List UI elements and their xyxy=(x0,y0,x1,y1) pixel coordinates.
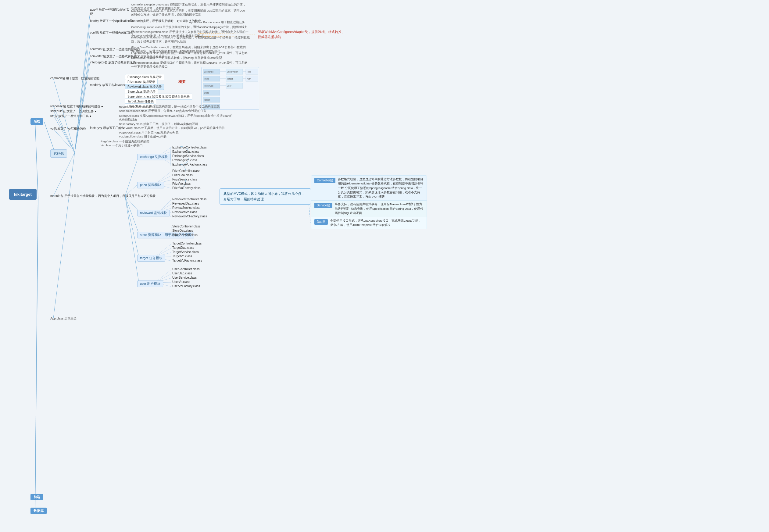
frontend-label: 前端 xyxy=(34,495,40,499)
svg-line-16 xyxy=(53,152,75,318)
store-class-1: StoreController.class xyxy=(172,225,200,228)
pagevo-item: PageVo.class 一个描述页面结果的类 xyxy=(101,139,149,143)
aop-package: aop包 放置一些切面功能的实现 xyxy=(90,8,130,16)
target-class-1: TargetController.class xyxy=(172,242,202,245)
svg-text:Supervision: Supervision xyxy=(227,71,238,73)
exchange-class-3: ExchangeService.class xyxy=(172,154,204,158)
common-package: common包 用于放置一些通用的功能 xyxy=(50,76,99,80)
boot-item-1: ApplicationRunner.class 用于检查过期任务 xyxy=(189,20,245,24)
module-connector-lines xyxy=(0,0,769,532)
conf-item-3: InterceptorConfiguration.class 用于提供控制器，本… xyxy=(131,35,250,44)
exchange-class-2: ExchangeDao.class xyxy=(172,150,199,153)
svg-line-19 xyxy=(125,196,139,211)
util-package: util包 放置了一些常用的工具 ● xyxy=(50,114,91,118)
reviewed-class-2: ReviewedDao.class xyxy=(172,202,199,205)
boot-package: boot包 放置了一个ApplicationRunner的实现，用于服务启动时，… xyxy=(90,19,201,23)
target-module: target 任务模块 xyxy=(137,255,165,262)
summary-label: 概要 xyxy=(178,79,186,84)
svg-text:Target: Target xyxy=(227,78,233,80)
schedule-package: schedule包 放置了一些调度任务 ● xyxy=(50,109,97,113)
exchange-class-4: ExchangeVo.class xyxy=(172,159,197,162)
svg-text:Target: Target xyxy=(204,99,210,101)
vo-item-3: PageVoUtil.class 用于封装Page对象的vo对象 xyxy=(119,130,179,134)
svg-line-7 xyxy=(75,50,90,152)
connector-lines xyxy=(0,0,769,532)
user-class-4: UserVo.class xyxy=(172,280,190,284)
store-class-2: StoreDao.class xyxy=(172,229,193,232)
converter-package: converter包 放置了一些格式转换类 xyxy=(90,54,137,59)
codebase-node: 代码包 xyxy=(50,149,67,158)
conf-package: conf包 放置了一些相关的配置类 xyxy=(90,30,133,35)
aop-item-2: DaoExecuteAop.class 通用日志记录切片，主要用来记录 Dao层… xyxy=(131,9,247,17)
svg-text:Exchange: Exchange xyxy=(204,71,213,73)
uml-diagram: Exchange Prize Reviewed Store Target Use… xyxy=(201,67,259,110)
service-layer-box: Service层 事务支持，没有使用声明式事务，使用@Transactional… xyxy=(311,201,427,217)
target-class-3: TargetService.class xyxy=(172,250,199,254)
svg-line-15 xyxy=(53,152,75,196)
prize-class-4: PrizeVo.class xyxy=(172,182,191,185)
webmvc-annotation: 继承WebMvcConfigurerAdapter类，提供跨域、格式转换、拦截器… xyxy=(258,29,346,39)
vo-package: vo包 放置了 vo层相关的类 xyxy=(50,127,86,131)
reviewed-class-1: ReviewedController.class xyxy=(172,198,206,201)
exchange-class-1: ExchangeController.class xyxy=(172,146,207,149)
branch-frontend: 前端 xyxy=(30,494,43,500)
exchange-class-5: ExchangeVoFactory.class xyxy=(172,163,207,166)
svg-text:Auth: Auth xyxy=(247,78,251,80)
layer-annotations: Controller层 参数格式校验，这里这是简单的通过方法参数校，而在别的项目… xyxy=(311,175,427,229)
prize-module: prize 奖励模块 xyxy=(137,182,164,188)
service-layer-text: 事务支持，没有使用声明式事务，使用@Transactional对序子性方法进行标… xyxy=(335,202,424,215)
svg-line-20 xyxy=(125,196,139,233)
reviewed-class-5: ReviewedVoFactory.class xyxy=(172,215,207,218)
interceptor-package: interceptor包 放置了拦截器实现类 xyxy=(90,60,136,65)
svg-text:Store: Store xyxy=(204,92,209,94)
response-package: response包 放置了响应结果的构建器 ● xyxy=(50,104,103,109)
module-package: module包 用于放置各个功能模块，因为是个人项目，所以只是用包去区分模块 xyxy=(50,194,156,198)
prize-class-5: PrizeVoFactory.class xyxy=(172,186,201,190)
svg-line-0 xyxy=(35,122,38,197)
vo-item-2: BaseVoUtil.class vo工具类，使用自省的方法，自动拷贝 vo，p… xyxy=(119,126,225,130)
user-class-2: UserDao.class xyxy=(172,272,192,275)
svg-line-22 xyxy=(125,196,139,282)
database-label: 数据库 xyxy=(34,509,44,512)
svg-line-4 xyxy=(75,13,90,152)
codebase-label: 代码包 xyxy=(54,152,64,155)
exchange-module: exchange 兑换模块 xyxy=(137,154,171,160)
vo-item-4: VoListBuilder.class 用于生成VO列表 xyxy=(119,134,166,138)
svg-line-13 xyxy=(53,115,75,152)
reviewed-class-3: ReviewService.class xyxy=(172,206,200,209)
dao-layer-text: 全部使用接口形式，继承JpaRepository接口，完成基础CRUD功能，复杂… xyxy=(330,219,424,227)
user-module: user 用户模块 xyxy=(137,280,163,287)
vo-item-1: BaseFactory.class 抽象工厂类，提供了，创建vo实体的逻辑 xyxy=(119,122,198,126)
vo-interface-item: Vo.class 一个用于描述vo的接口 xyxy=(101,143,143,147)
branch-database: 数据库 xyxy=(30,508,47,514)
reviewed-module: reviewed 监管模块 xyxy=(137,210,170,216)
dao-layer-label: Dao层 xyxy=(314,219,328,225)
schedule-item-1: ScheduledTasks.class 用于调度，每天晚上12点击检查过期的任… xyxy=(119,109,206,113)
store-class-3: StoreService.class xyxy=(172,233,198,237)
app-class: App.class 启动主类 xyxy=(50,316,77,321)
branch-backend: 后端 xyxy=(30,118,43,125)
dao-layer-box: Dao层 全部使用接口形式，继承JpaRepository接口，完成基础CRUD… xyxy=(311,217,427,229)
svg-text:Prize: Prize xyxy=(204,78,209,80)
prize-class-1: PrizeController.class xyxy=(172,169,200,173)
svg-line-17 xyxy=(125,155,139,196)
converter-item-1: DateConvert.class 用于时间格式转化，把String 类型转换成… xyxy=(131,56,222,60)
prize-class-2: PrizeDao.class xyxy=(172,173,193,177)
controller-layer-label: Controller层 xyxy=(314,178,335,183)
svg-line-14 xyxy=(53,129,75,152)
svg-line-21 xyxy=(125,196,139,256)
response-item-1: ResultMapBuilder.class 响应结果构造器，统一格式构造各个接… xyxy=(119,105,220,109)
reviewed-class-4: ReviewedVo.class xyxy=(172,210,197,214)
target-class-5: TargetVoFactory.class xyxy=(172,259,202,262)
user-class-5: UserVoFactory.class xyxy=(172,284,200,288)
svg-line-5 xyxy=(75,22,90,152)
controller-layer-text: 参数格式校验，这里这是简单的通过方法参数校，而在别的项目用的是Hibernate… xyxy=(338,177,424,199)
user-class-1: UserController.class xyxy=(172,267,199,271)
svg-line-6 xyxy=(75,34,90,152)
target-class-2: TargetDao.class xyxy=(172,246,194,249)
prize-class-3: PrizeService.class xyxy=(172,178,197,181)
user-class-3: UserService.class xyxy=(172,276,197,279)
svg-line-2 xyxy=(35,197,38,514)
svg-text:Reviewed: Reviewed xyxy=(204,85,213,87)
central-node: kikitarget xyxy=(9,189,37,200)
